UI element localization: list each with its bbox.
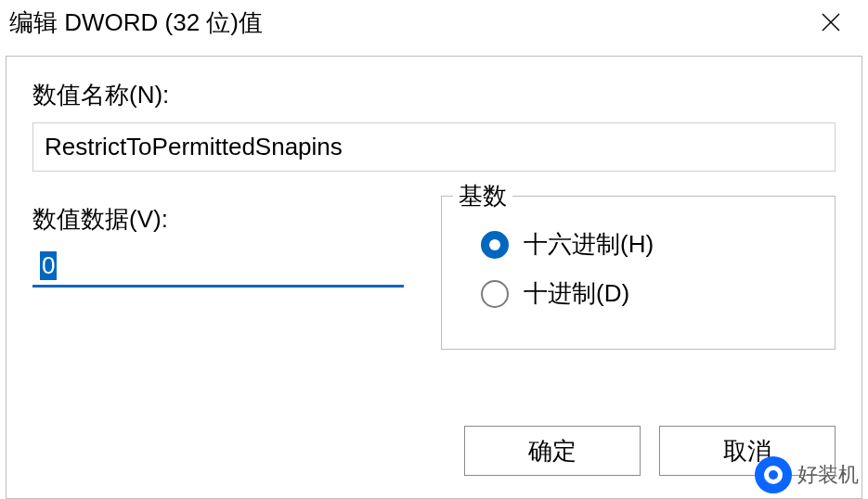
value-name-input[interactable] <box>32 122 836 172</box>
radio-icon <box>481 280 509 308</box>
dialog-body: 数值名称(N): 数值数据(V): 0 基数 十六进制(H) 十进制(D) <box>6 56 862 499</box>
radio-icon <box>481 231 509 259</box>
value-data-input[interactable]: 0 <box>32 247 404 288</box>
radio-hex-label: 十六进制(H) <box>524 228 654 261</box>
radio-decimal[interactable]: 十进制(D) <box>481 277 812 310</box>
cancel-button[interactable]: 取消 <box>659 426 836 476</box>
titlebar: 编辑 DWORD (32 位)值 <box>0 0 868 45</box>
base-group-label: 基数 <box>453 180 512 212</box>
close-icon[interactable] <box>812 4 849 41</box>
base-groupbox: 基数 十六进制(H) 十进制(D) <box>441 196 836 350</box>
ok-button[interactable]: 确定 <box>464 426 641 476</box>
value-data-label: 数值数据(V): <box>32 203 404 236</box>
dialog-title: 编辑 DWORD (32 位)值 <box>9 6 263 39</box>
radio-hexadecimal[interactable]: 十六进制(H) <box>481 228 812 261</box>
radio-dec-label: 十进制(D) <box>524 277 629 310</box>
value-name-label: 数值名称(N): <box>32 79 836 111</box>
dialog-buttons: 确定 取消 <box>464 426 836 476</box>
value-data-text: 0 <box>40 251 57 280</box>
